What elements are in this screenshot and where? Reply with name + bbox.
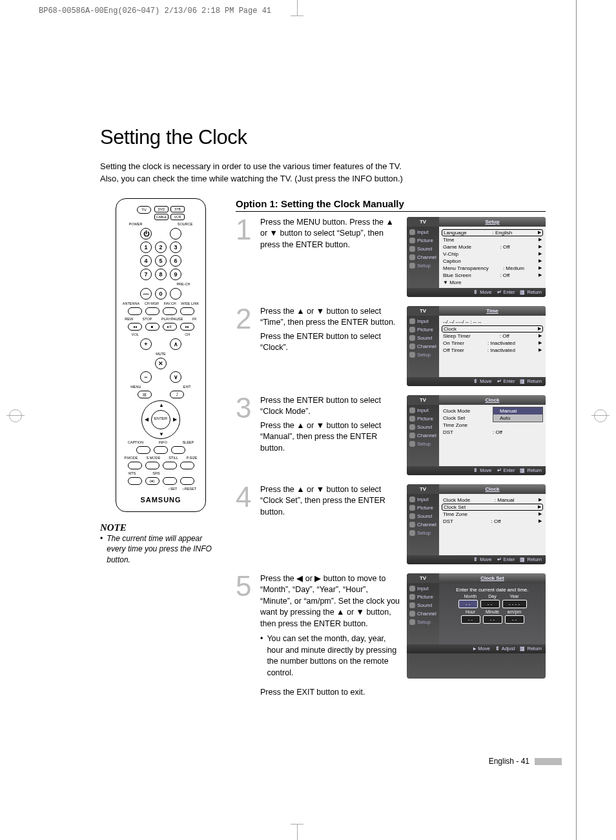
mute-button: ✕ [155, 358, 167, 369]
crop-mark-top [284, 0, 310, 19]
nav-ring: ▲ ▼ ◀ ▶ ENTER [141, 400, 180, 439]
step-4: 4 Press the ▲ or ▼ button to select “Clo… [236, 484, 546, 564]
footer-bar-icon [535, 758, 562, 765]
remote-tv-button: TV [137, 206, 151, 214]
intro-text: Setting the clock is necessary in order … [100, 161, 546, 185]
crop-mark-bottom [284, 821, 310, 840]
exit-instruction: Press the EXIT button to exit. [260, 688, 546, 697]
osd-setup: TVSetup Input Picture Sound Channel Setu… [407, 217, 546, 297]
osd-clock-mode: TVClock Input Picture Sound Channel Setu… [407, 395, 546, 475]
step-1: 1 Press the MENU button. Press the ▲ or … [236, 217, 546, 297]
prech-button [170, 288, 181, 300]
source-button [170, 228, 181, 240]
crop-header: BP68-00586A-00Eng(026~047) 2/13/06 2:18 … [39, 6, 271, 15]
menu-button: ▥ [138, 391, 152, 398]
registration-mark-left [6, 407, 25, 425]
power-button: ⏻ [140, 228, 152, 240]
step-5: 5 Press the ◀ or ▶ button to move to “Mo… [236, 573, 546, 679]
registration-mark-right [591, 407, 610, 425]
page-title: Setting the Clock [100, 126, 546, 149]
note-body: The current time will appear every time … [100, 533, 221, 566]
note-title: NOTE [100, 522, 221, 533]
step-3: 3 Press the ENTER button to select “Cloc… [236, 395, 546, 475]
cut-line [576, 0, 577, 840]
exit-button: ⤴ [170, 391, 184, 398]
page-footer: English - 41 [489, 757, 562, 766]
section-title: Option 1: Setting the Clock Manually [236, 198, 546, 212]
brand-logo: SAMSUNG [120, 496, 201, 504]
osd-clock-set: TVClock Set Input Picture Sound Channel … [407, 573, 546, 679]
remote-control-diagram: TV DVD STB CABLE VCR POWERSOURCE ⏻ [116, 198, 206, 512]
osd-time: TVTime Input Picture Sound Channel Setup… [407, 306, 546, 386]
osd-clock-set-select: TVClock Input Picture Sound Channel Setu… [407, 484, 546, 564]
step-2: 2 Press the ▲ or ▼ button to select “Tim… [236, 306, 546, 386]
